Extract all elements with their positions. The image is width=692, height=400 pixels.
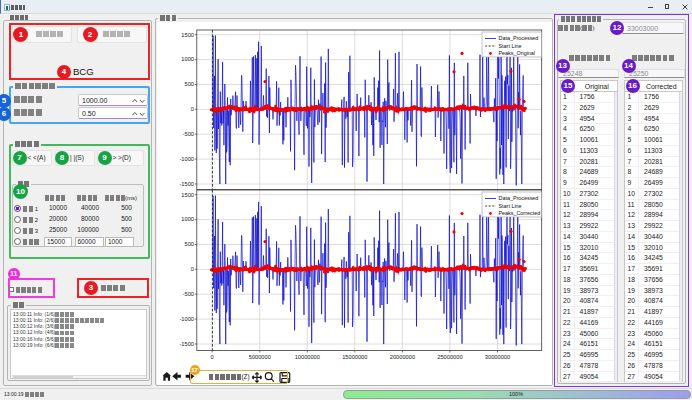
svg-text:5000000: 5000000 bbox=[249, 354, 271, 360]
svg-text:20000000: 20000000 bbox=[390, 354, 415, 360]
svg-text:10000000: 10000000 bbox=[295, 354, 320, 360]
svg-text:Start Line: Start Line bbox=[499, 203, 522, 209]
svg-text:-1000: -1000 bbox=[179, 156, 194, 162]
svg-text:Data_Processed: Data_Processed bbox=[499, 35, 539, 41]
svg-text:0: 0 bbox=[191, 266, 194, 272]
svg-text:-500: -500 bbox=[183, 291, 194, 297]
svg-text:25000000: 25000000 bbox=[437, 354, 462, 360]
svg-text:0: 0 bbox=[191, 106, 194, 112]
svg-text:1000: 1000 bbox=[181, 216, 194, 222]
svg-text:Peaks_Original: Peaks_Original bbox=[499, 50, 536, 56]
svg-text:-1500: -1500 bbox=[179, 341, 194, 347]
svg-text:Start Line: Start Line bbox=[499, 43, 522, 49]
svg-text:1500: 1500 bbox=[181, 192, 194, 198]
svg-text:0: 0 bbox=[211, 354, 214, 360]
svg-text:Data_Processed: Data_Processed bbox=[499, 195, 539, 201]
svg-text:30000000: 30000000 bbox=[485, 354, 510, 360]
svg-text:15000000: 15000000 bbox=[342, 354, 367, 360]
svg-text:500: 500 bbox=[185, 81, 195, 87]
svg-text:-1500: -1500 bbox=[179, 181, 194, 187]
svg-text:-1000: -1000 bbox=[179, 316, 194, 322]
svg-text:Peaks_Corrected: Peaks_Corrected bbox=[499, 210, 541, 216]
svg-text:1000: 1000 bbox=[181, 56, 194, 62]
svg-text:500: 500 bbox=[185, 241, 195, 247]
svg-text:1500: 1500 bbox=[181, 32, 194, 38]
svg-text:-500: -500 bbox=[183, 131, 194, 137]
